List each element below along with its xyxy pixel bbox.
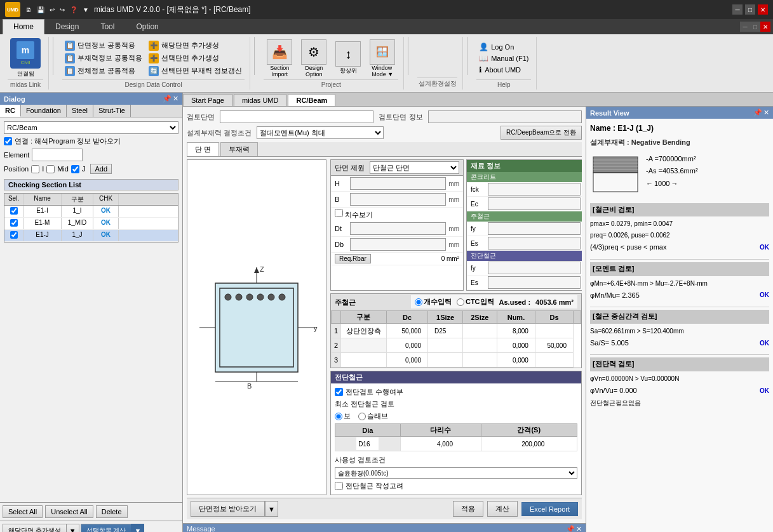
dim-h-input[interactable]: 700,000 <box>350 177 446 190</box>
dialog-close-btn[interactable]: ✕ <box>173 95 178 103</box>
calc-btn[interactable]: 계산 <box>487 501 518 517</box>
review-section-input[interactable]: E1-J <box>220 110 373 123</box>
section-info-arrow[interactable]: ▼ <box>265 501 278 517</box>
position-i-check[interactable] <box>31 165 39 173</box>
dim-db-input[interactable]: 100,000 <box>350 238 446 251</box>
row1-num[interactable] <box>502 324 530 337</box>
shear-rebar-check[interactable] <box>335 482 343 490</box>
member-force-share-btn[interactable]: 📋 부재력정보 공통적용 <box>62 53 145 64</box>
slab-radio[interactable] <box>358 413 366 420</box>
row3-1size[interactable] <box>433 354 458 366</box>
ribbon-restore-btn[interactable]: □ <box>750 22 760 32</box>
row2-ds[interactable] <box>540 339 568 352</box>
doc-tab-rcbeam[interactable]: RC/Beam <box>288 94 335 106</box>
ribbon-close-btn[interactable]: ✕ <box>760 22 770 32</box>
unselect-all-btn[interactable]: Unselect All <box>45 505 93 518</box>
shear-spacing[interactable] <box>511 437 546 450</box>
ribbon-tab-option[interactable]: Option <box>125 19 169 34</box>
row2-num[interactable] <box>502 339 530 352</box>
result-close-btn[interactable]: ✕ <box>763 109 769 117</box>
calc-arrow[interactable]: ▼ <box>131 524 144 532</box>
add-section-action-btn[interactable]: 해당단면 추가생성 <box>3 524 66 532</box>
manual-btn[interactable]: 📖 Manual (F1) <box>476 53 531 63</box>
row2-dc[interactable] <box>391 339 423 352</box>
row2-check[interactable] <box>10 219 18 227</box>
add-section-btn[interactable]: ➕ 해당단면 추가생성 <box>146 40 245 51</box>
minimize-btn[interactable]: ─ <box>732 4 743 15</box>
beam-radio[interactable] <box>335 413 342 420</box>
close-btn[interactable]: ✕ <box>758 4 768 15</box>
shear-dia[interactable] <box>356 437 379 450</box>
row1-1size[interactable] <box>433 324 458 337</box>
row3-check[interactable] <box>10 231 18 239</box>
message-close-btn[interactable]: ✕ <box>576 525 582 532</box>
log-on-btn[interactable]: 👤 Log On <box>476 42 531 52</box>
design-option-btn[interactable]: ⚙ DesignOption <box>298 38 330 79</box>
ribbon-tab-tool[interactable]: Tool <box>90 19 125 34</box>
ctc-radio[interactable] <box>457 298 464 306</box>
doc-tab-umd[interactable]: midas UMD <box>234 94 286 106</box>
connect-checkbox[interactable] <box>4 137 12 145</box>
shear-legs[interactable] <box>426 437 455 450</box>
message-pin-btn[interactable]: 📌 <box>566 525 575 532</box>
add-selected-section-btn[interactable]: ➕ 선택단면 추가생성 <box>146 53 245 64</box>
doc-tab-start[interactable]: Start Page <box>183 94 232 106</box>
dialog-tab-steel[interactable]: Steel <box>67 105 93 117</box>
shear-es-input[interactable]: 200000,000 <box>488 276 581 289</box>
dim-dt-input[interactable]: 100,000 <box>350 222 446 235</box>
row3-2size[interactable] <box>467 354 492 366</box>
design-tab-member-force[interactable]: 부재력 <box>220 142 258 156</box>
row2-2size[interactable] <box>467 339 492 352</box>
shear-fy-input[interactable]: 300,000 <box>488 262 581 274</box>
rebar-es-input[interactable]: 200000,000 <box>488 237 581 249</box>
convert-to-deep-beam-btn[interactable]: RC/DeepBeam으로 전환 <box>501 126 582 140</box>
usage-select[interactable]: 슬윤환경(0.005tc) <box>335 467 577 479</box>
row3-dc[interactable] <box>391 354 423 366</box>
section-info-share-btn[interactable]: 📋 단면정보 공통적용 <box>62 40 145 51</box>
apply-btn[interactable]: 적용 <box>453 501 483 517</box>
always-top-btn[interactable]: ↕ 항상위 <box>332 40 364 76</box>
section-import-btn[interactable]: 📥 SectionImport <box>264 38 295 79</box>
row1-dc[interactable] <box>391 324 423 337</box>
refresh-section-btn[interactable]: 🔄 선택단면 부재력 정보갱신 <box>146 65 245 77</box>
beam-type-select[interactable]: RC/Beam <box>4 121 178 134</box>
list-row-3[interactable]: E1-J 1_J OK <box>4 230 178 242</box>
add-section-arrow[interactable]: ▼ <box>66 524 79 532</box>
about-btn[interactable]: ℹ About UMD <box>476 65 531 75</box>
row3-num[interactable] <box>502 354 530 366</box>
row1-check[interactable] <box>10 207 18 215</box>
fck-input[interactable]: 27,000 <box>488 183 581 196</box>
position-mid-check[interactable] <box>46 165 55 173</box>
midas-link-btn[interactable]: m Civil 연결됨 <box>8 37 43 79</box>
row2-1size[interactable] <box>433 339 458 352</box>
maximize-btn[interactable]: □ <box>745 4 755 15</box>
ec-input[interactable]: 27804,064 <box>488 197 581 210</box>
select-all-btn[interactable]: Select All <box>3 505 43 518</box>
result-pin-btn[interactable]: 📌 <box>753 109 762 117</box>
dialog-tab-foundation[interactable]: Foundation <box>21 105 67 117</box>
excel-btn[interactable]: Excel Report <box>521 502 578 516</box>
row1-2size[interactable] <box>467 324 492 337</box>
design-tab-section[interactable]: 단 면 <box>187 142 219 156</box>
dialog-tab-rc[interactable]: RC <box>0 105 21 117</box>
ribbon-minimize-btn[interactable]: ─ <box>740 22 750 32</box>
calc-selection-btn[interactable]: 선택항목 계산 <box>81 524 131 532</box>
position-add-btn[interactable]: Add <box>90 164 112 174</box>
section-info-btn[interactable]: 단면정보 받아오기 <box>191 501 265 517</box>
element-input[interactable]: 1 <box>32 149 83 161</box>
ribbon-tab-home[interactable]: Home <box>3 19 44 34</box>
dialog-tab-strut-tie[interactable]: Strut-Tie <box>93 105 131 117</box>
window-mode-btn[interactable]: 🪟 WindowMode ▼ <box>366 38 398 79</box>
shear-check[interactable] <box>335 388 343 396</box>
ribbon-tab-design[interactable]: Design <box>44 19 90 34</box>
dialog-pin-btn[interactable]: 📌 <box>163 95 171 103</box>
count-radio[interactable] <box>415 298 422 306</box>
design-condition-select[interactable]: 절대모멘트(Mu) 최대 <box>257 126 384 139</box>
list-row-1[interactable]: E1-I 1_I OK <box>4 206 178 218</box>
size-view-check[interactable] <box>335 209 343 217</box>
req-rbar-btn[interactable]: Req.Rbar <box>335 254 371 263</box>
section-type-select[interactable]: 단철근 단면 <box>370 161 459 174</box>
all-info-share-btn[interactable]: 📋 전체정보 공통적용 <box>62 65 145 77</box>
delete-btn[interactable]: Delete <box>96 505 128 518</box>
dim-b-input[interactable]: 1000,000 <box>350 193 446 206</box>
